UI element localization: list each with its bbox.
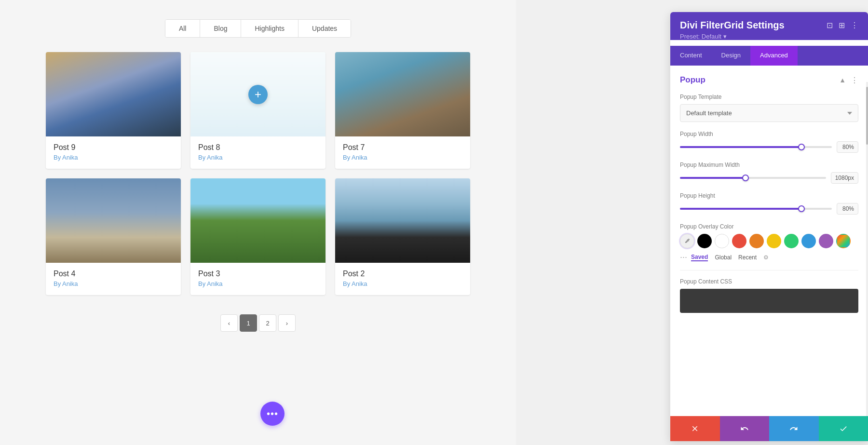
color-swatch-blue[interactable] (801, 234, 816, 248)
popup-max-width-value: 1080px (831, 172, 858, 184)
panel-header: Divi FilterGrid Settings ⊡ ⊞ ⋮ Preset: D… (670, 12, 868, 40)
section-divider (680, 270, 858, 270)
post-card-7: Post 7 By Anika (335, 52, 470, 169)
popup-overlay-label: Popup Overlay Color (680, 223, 858, 230)
color-swatch-green[interactable] (784, 234, 799, 248)
popup-width-value: 80% (837, 141, 858, 153)
add-overlay-8: + (190, 52, 326, 136)
post-card-3: Post 3 By Anika (190, 178, 326, 295)
pagination-next[interactable]: › (278, 314, 296, 332)
panel-title-icons: ⊡ ⊞ ⋮ (827, 21, 858, 30)
post-grid: Post 9 By Anika + Post 8 By Anika Post 7… (46, 52, 470, 295)
post-card-9: Post 9 By Anika (46, 52, 181, 169)
panel-scrollable: Popup ▲ ⋮ Popup Template Default templat… (670, 66, 868, 313)
post-image-8[interactable]: + (190, 52, 326, 136)
color-settings-icon[interactable]: ⚙ (763, 254, 769, 261)
popup-max-width-field: Popup Maximum Width 1080px (680, 162, 858, 184)
post-author-2: By Anika (343, 280, 462, 287)
post-title-4: Post 4 (54, 270, 173, 278)
color-swatch-yellow[interactable] (767, 234, 781, 248)
color-tab-recent[interactable]: Recent (738, 254, 757, 261)
popup-height-slider-row: 80% (680, 203, 858, 215)
section-title-popup: Popup (680, 75, 705, 85)
tab-advanced[interactable]: Advanced (750, 46, 798, 66)
popup-max-width-track[interactable] (680, 177, 826, 179)
post-image-2[interactable] (335, 178, 470, 263)
post-title-2: Post 2 (343, 270, 462, 278)
section-controls: ▲ ⋮ (839, 76, 858, 85)
color-swatch-gradient[interactable] (836, 234, 851, 248)
pagination-prev[interactable]: ‹ (220, 314, 238, 332)
post-title-8: Post 8 (198, 143, 318, 152)
color-tabs: Saved Global Recent ⚙ (691, 254, 769, 261)
post-image-7[interactable] (335, 52, 470, 136)
color-tab-global[interactable]: Global (715, 254, 732, 261)
popup-width-track[interactable] (680, 146, 832, 148)
more-dots-icon: ••• (267, 408, 278, 419)
filter-tabs: All Blog Highlights Updates (165, 19, 351, 38)
post-title-3: Post 3 (198, 270, 318, 278)
color-eyedropper[interactable] (680, 234, 694, 248)
post-title-9: Post 9 (54, 143, 173, 152)
popup-content-css-label: Popup Content CSS (680, 278, 858, 285)
floating-more-button[interactable]: ••• (260, 402, 285, 426)
color-swatch-purple[interactable] (819, 234, 833, 248)
tab-design[interactable]: Design (712, 46, 750, 66)
post-image-4[interactable] (46, 178, 181, 263)
pagination-page-2[interactable]: 2 (259, 314, 276, 332)
save-button[interactable] (819, 416, 868, 441)
post-author-8: By Anika (198, 154, 318, 161)
tab-blog[interactable]: Blog (200, 20, 241, 37)
settings-panel: Divi FilterGrid Settings ⊡ ⊞ ⋮ Preset: D… (670, 12, 868, 441)
scroll-thumb[interactable] (866, 87, 868, 145)
color-swatch-black[interactable] (697, 234, 712, 248)
popup-max-width-label: Popup Maximum Width (680, 162, 858, 168)
popup-height-track[interactable] (680, 208, 832, 210)
section-collapse-icon[interactable]: ▲ (839, 76, 846, 84)
popup-height-label: Popup Height (680, 192, 858, 199)
post-author-7: By Anika (343, 154, 462, 161)
popup-width-field: Popup Width 80% (680, 131, 858, 153)
post-image-9[interactable] (46, 52, 181, 136)
scroll-indicator (866, 82, 868, 419)
cancel-button[interactable] (670, 416, 720, 441)
color-swatch-red[interactable] (732, 234, 746, 248)
post-card-2: Post 2 By Anika (335, 178, 470, 295)
color-more-dots[interactable]: ··· (680, 252, 687, 262)
panel-title: Divi FilterGrid Settings (680, 20, 785, 31)
popup-template-select[interactable]: Default template (680, 104, 858, 122)
panel-icon-grid[interactable]: ⊞ (839, 21, 845, 30)
pagination: ‹ 1 2 › (220, 314, 296, 332)
section-header-popup: Popup ▲ ⋮ (680, 75, 858, 85)
preset-label[interactable]: Preset: Default ▾ (680, 33, 727, 40)
color-tab-saved[interactable]: Saved (691, 254, 708, 261)
popup-max-width-slider-row: 1080px (680, 172, 858, 184)
post-image-3[interactable] (190, 178, 326, 263)
action-bar (670, 416, 868, 441)
color-swatch-orange[interactable] (749, 234, 764, 248)
undo-button[interactable] (720, 416, 770, 441)
panel-icon-screenshot[interactable]: ⊡ (827, 21, 833, 30)
panel-body: Popup ▲ ⋮ Popup Template Default templat… (670, 66, 868, 313)
post-author-3: By Anika (198, 280, 318, 287)
popup-height-value: 80% (837, 203, 858, 215)
popup-width-slider-row: 80% (680, 141, 858, 153)
color-swatches-row (680, 234, 858, 248)
popup-template-label: Popup Template (680, 94, 858, 100)
panel-tabs: Content Design Advanced (670, 46, 868, 66)
color-swatch-white[interactable] (715, 234, 729, 248)
popup-content-css-input[interactable] (680, 289, 858, 313)
popup-height-field: Popup Height 80% (680, 192, 858, 215)
pagination-page-1[interactable]: 1 (240, 314, 257, 332)
section-more-icon[interactable]: ⋮ (851, 76, 858, 85)
panel-icon-more[interactable]: ⋮ (851, 21, 858, 30)
tab-all[interactable]: All (165, 20, 201, 37)
add-button-8[interactable]: + (248, 85, 268, 104)
tab-highlights[interactable]: Highlights (241, 20, 298, 37)
tab-content[interactable]: Content (670, 46, 712, 66)
popup-width-label: Popup Width (680, 131, 858, 137)
post-title-7: Post 7 (343, 143, 462, 152)
tab-updates[interactable]: Updates (298, 20, 351, 37)
popup-content-css-field: Popup Content CSS (680, 278, 858, 313)
redo-button[interactable] (769, 416, 819, 441)
